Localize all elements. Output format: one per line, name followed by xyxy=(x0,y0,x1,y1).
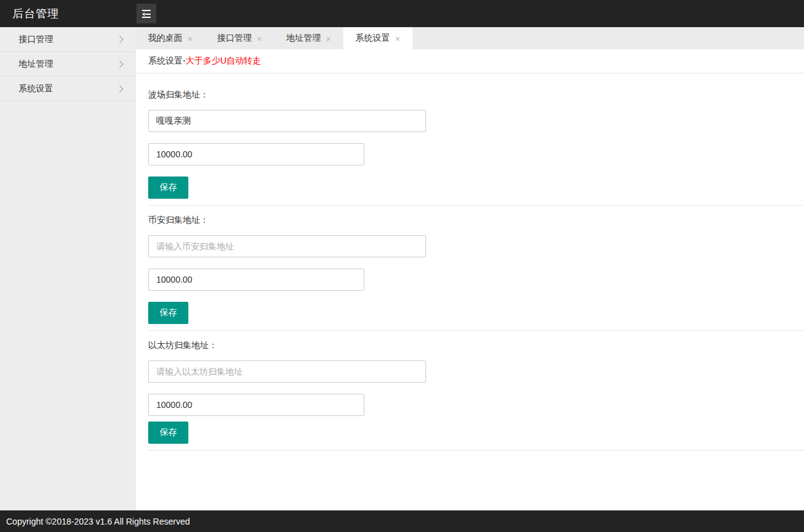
tron-amount-input[interactable] xyxy=(148,143,364,165)
tab-bar: 我的桌面 × 接口管理 × 地址管理 × 系统设置 × xyxy=(136,27,804,49)
tab-my-desktop[interactable]: 我的桌面 × xyxy=(136,27,205,49)
top-header: 后台管理 xyxy=(0,0,804,27)
main-area: 接口管理 地址管理 系统设置 我的桌面 × 接口管理 × xyxy=(0,27,804,510)
settings-form: 波场归集地址： 保存 币安归集地址： 保存 以太坊归集地址： xyxy=(136,73,804,510)
indent-collapse-icon xyxy=(141,9,152,19)
tron-address-input[interactable] xyxy=(148,110,426,132)
sidebar-item-label: 系统设置 xyxy=(19,83,53,94)
close-icon[interactable]: × xyxy=(257,34,262,43)
tab-label: 地址管理 xyxy=(287,33,321,44)
tab-label: 接口管理 xyxy=(217,33,252,44)
footer: Copyright ©2018-2023 v1.6 All Rights Res… xyxy=(0,510,804,532)
section-ethereum-collection: 以太坊归集地址： 保存 xyxy=(148,340,804,451)
sidebar-item-label: 接口管理 xyxy=(19,34,53,45)
section-tron-collection: 波场归集地址： 保存 xyxy=(148,89,804,206)
tab-label: 系统设置 xyxy=(356,33,390,44)
section-divider xyxy=(148,205,804,206)
section-divider xyxy=(148,450,804,451)
close-icon[interactable]: × xyxy=(188,34,193,43)
collapse-sidebar-button[interactable] xyxy=(136,4,156,23)
chevron-right-icon xyxy=(116,85,123,92)
close-icon[interactable]: × xyxy=(326,34,332,43)
breadcrumb-highlight: 大于多少U自动转走 xyxy=(186,56,261,67)
tab-interface-management[interactable]: 接口管理 × xyxy=(205,27,274,49)
close-icon[interactable]: × xyxy=(395,34,401,43)
ethereum-address-label: 以太坊归集地址： xyxy=(148,340,804,350)
copyright-text: Copyright ©2018-2023 v1.6 All Rights Res… xyxy=(6,517,190,526)
content-column: 我的桌面 × 接口管理 × 地址管理 × 系统设置 × 系统设置- xyxy=(136,27,804,510)
tab-address-management[interactable]: 地址管理 × xyxy=(274,27,343,49)
tab-system-settings[interactable]: 系统设置 × xyxy=(343,27,412,49)
admin-app: 后台管理 接口管理 地址管理 系统设置 xyxy=(0,0,804,532)
chevron-right-icon xyxy=(116,36,123,43)
sidebar-item-address-management[interactable]: 地址管理 xyxy=(0,52,136,77)
sidebar: 接口管理 地址管理 系统设置 xyxy=(0,27,136,510)
section-binance-collection: 币安归集地址： 保存 xyxy=(148,215,804,331)
breadcrumb: 系统设置- 大于多少U自动转走 xyxy=(136,49,804,73)
app-title: 后台管理 xyxy=(0,6,136,21)
binance-address-label: 币安归集地址： xyxy=(148,215,804,225)
tron-address-label: 波场归集地址： xyxy=(148,89,804,99)
section-divider xyxy=(148,330,804,331)
ethereum-save-button[interactable]: 保存 xyxy=(148,422,188,444)
binance-save-button[interactable]: 保存 xyxy=(148,302,188,324)
binance-address-input[interactable] xyxy=(148,235,426,257)
chevron-right-icon xyxy=(116,60,123,67)
sidebar-item-system-settings[interactable]: 系统设置 xyxy=(0,77,136,101)
tron-save-button[interactable]: 保存 xyxy=(148,177,188,199)
ethereum-address-input[interactable] xyxy=(148,360,426,383)
binance-amount-input[interactable] xyxy=(148,268,364,291)
tab-label: 我的桌面 xyxy=(148,33,183,44)
sidebar-item-interface-management[interactable]: 接口管理 xyxy=(0,27,136,52)
ethereum-amount-input[interactable] xyxy=(148,394,364,416)
sidebar-item-label: 地址管理 xyxy=(19,59,53,70)
breadcrumb-section: 系统设置- xyxy=(148,56,186,67)
